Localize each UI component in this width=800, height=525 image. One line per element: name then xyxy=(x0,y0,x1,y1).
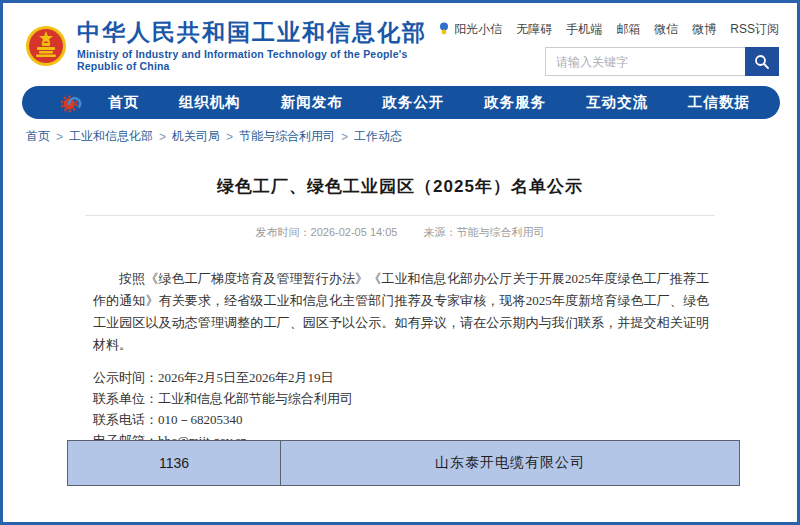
article-paragraph: 按照《绿色工厂梯度培育及管理暂行办法》《工业和信息化部办公厅关于开展2025年度… xyxy=(93,268,709,356)
breadcrumb-work-news[interactable]: 工作动态 xyxy=(354,128,402,145)
breadcrumb-separator: > xyxy=(56,130,63,144)
title-divider xyxy=(85,215,715,216)
nav-item-interaction[interactable]: 互动交流 xyxy=(586,93,648,112)
nav-items: 首页 组织机构 新闻发布 政务公开 政务服务 互动交流 工信数据 xyxy=(108,93,750,112)
quick-link-mail[interactable]: 邮箱 xyxy=(616,21,640,38)
miit-logo-icon xyxy=(60,92,82,114)
breadcrumb-miit[interactable]: 工业和信息化部 xyxy=(69,128,153,145)
contact-unit: 联系单位：工业和信息化部节能与综合利用司 xyxy=(93,388,709,409)
green-factory-table-row: 1136 山东泰开电缆有限公司 xyxy=(67,440,740,486)
brand-text: 中华人民共和国工业和信息化部 Ministry of Industry and … xyxy=(77,19,437,72)
article: 绿色工厂、绿色工业园区（2025年）名单公示 发布时间：2026-02-05 1… xyxy=(3,175,797,451)
quick-link-sunshine[interactable]: 阳光小信 xyxy=(437,21,502,38)
quick-link-wechat[interactable]: 微信 xyxy=(654,21,678,38)
ministry-title-cn: 中华人民共和国工业和信息化部 xyxy=(77,19,437,45)
publish-time: 发布时间：2026-02-05 14:05 xyxy=(256,225,398,240)
nav-item-gov-services[interactable]: 政务服务 xyxy=(484,93,546,112)
breadcrumb-departments[interactable]: 机关司局 xyxy=(172,128,220,145)
breadcrumb-energy-dept[interactable]: 节能与综合利用司 xyxy=(239,128,335,145)
article-meta: 发布时间：2026-02-05 14:05 来源：节能与综合利用司 xyxy=(3,225,797,240)
breadcrumb-separator: > xyxy=(226,130,233,144)
sunshine-mascot-icon xyxy=(437,21,451,35)
search-icon xyxy=(754,54,770,70)
breadcrumb: 首页 > 工业和信息化部 > 机关司局 > 节能与综合利用司 > 工作动态 xyxy=(26,128,797,145)
search-button[interactable] xyxy=(745,47,779,76)
nav-item-home[interactable]: 首页 xyxy=(108,93,139,112)
quick-link-weibo[interactable]: 微博 xyxy=(692,21,716,38)
article-title: 绿色工厂、绿色工业园区（2025年）名单公示 xyxy=(63,175,737,198)
table-cell-number: 1136 xyxy=(68,441,281,485)
national-emblem-icon xyxy=(25,23,67,69)
ministry-home-link[interactable]: 中华人民共和国工业和信息化部 Ministry of Industry and … xyxy=(25,19,437,72)
search-bar xyxy=(545,47,779,76)
search-input[interactable] xyxy=(545,47,745,76)
quick-link-rss[interactable]: RSS订阅 xyxy=(730,21,779,38)
table-cell-company: 山东泰开电缆有限公司 xyxy=(281,441,739,485)
nav-item-organization[interactable]: 组织机构 xyxy=(179,93,241,112)
quick-link-accessibility[interactable]: 无障碍 xyxy=(516,21,552,38)
quick-links: 阳光小信 无障碍 手机端 邮箱 微信 微博 RSS订阅 xyxy=(437,21,779,38)
header-right: 阳光小信 无障碍 手机端 邮箱 微信 微博 RSS订阅 xyxy=(437,19,779,76)
site-header: 中华人民共和国工业和信息化部 Ministry of Industry and … xyxy=(3,3,797,82)
nav-item-miit-data[interactable]: 工信数据 xyxy=(688,93,750,112)
nav-item-gov-disclosure[interactable]: 政务公开 xyxy=(382,93,444,112)
contact-info: 公示时间：2026年2月5日至2026年2月19日 联系单位：工业和信息化部节能… xyxy=(93,367,709,451)
main-navbar: 首页 组织机构 新闻发布 政务公开 政务服务 互动交流 工信数据 xyxy=(22,86,780,119)
page-frame: 中华人民共和国工业和信息化部 Ministry of Industry and … xyxy=(0,0,800,525)
breadcrumb-separator: > xyxy=(159,130,166,144)
breadcrumb-home[interactable]: 首页 xyxy=(26,128,50,145)
contact-period: 公示时间：2026年2月5日至2026年2月19日 xyxy=(93,367,709,388)
quick-link-mobile[interactable]: 手机端 xyxy=(566,21,602,38)
article-source: 来源：节能与综合利用司 xyxy=(423,225,544,240)
contact-phone: 联系电话：010－68205340 xyxy=(93,409,709,430)
ministry-title-en: Ministry of Industry and Information Tec… xyxy=(77,48,437,72)
nav-item-news[interactable]: 新闻发布 xyxy=(281,93,343,112)
breadcrumb-separator: > xyxy=(341,130,348,144)
